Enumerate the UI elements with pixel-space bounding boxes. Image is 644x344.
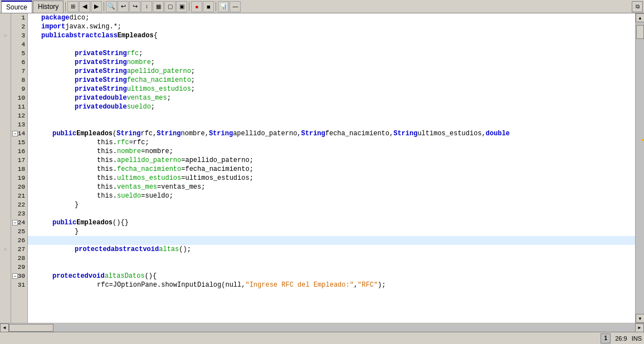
line-num-22: 22 <box>11 200 27 209</box>
toolbar-btn-search[interactable]: 🔍 <box>106 1 117 12</box>
scroll-thumb-vertical[interactable] <box>636 25 644 39</box>
toolbar-separator-4 <box>216 2 216 12</box>
code-line-29 <box>28 263 635 272</box>
code-line-17: this.apellido_paterno=apellido_paterno; <box>28 156 635 165</box>
code-line-11: private double sueldo; <box>28 102 635 111</box>
code-line-8: private String fecha_nacimiento; <box>28 76 635 85</box>
fold-icon-30[interactable]: − <box>12 273 18 279</box>
fold-icon-24[interactable]: − <box>12 220 18 225</box>
toolbar-btn-undo[interactable]: ↩ <box>118 1 129 12</box>
code-line-21: this.sueldo=sueldo; <box>28 191 635 200</box>
line-num-14: −14 <box>11 129 27 138</box>
scroll-thumb-horizontal[interactable] <box>9 324 53 332</box>
scroll-track-vertical <box>636 22 644 314</box>
code-line-16: this.nombre=nombre; <box>28 147 635 156</box>
code-line-4 <box>28 40 635 49</box>
toolbar-btn-2[interactable]: ◀ <box>79 1 90 12</box>
line-num-8: 8 <box>11 76 27 85</box>
line-num-2: 2 <box>11 22 27 31</box>
toolbar-btn-6[interactable]: ▢ <box>164 1 175 12</box>
gutter-icon-27: ○ <box>0 245 11 254</box>
status-right: 1 26:9 INS <box>601 333 642 343</box>
scroll-down-arrow[interactable]: ▼ <box>636 314 644 323</box>
line-num-15: 15 <box>11 138 27 147</box>
line-num-10: 10 <box>11 94 27 102</box>
line-num-1: 1 <box>11 13 27 22</box>
code-line-31: rfc=JOptionPane.showInputDialog(null,"In… <box>28 281 635 289</box>
line-num-27: 27 <box>11 245 27 254</box>
toolbar-btn-1[interactable]: ⊞ <box>67 1 79 12</box>
line-num-23: 23 <box>11 209 27 218</box>
scroll-track-horizontal <box>9 324 635 332</box>
status-bar: 1 26:9 INS <box>0 332 644 344</box>
scroll-marker <box>642 139 644 141</box>
code-line-15: this.rfc=rfc; <box>28 138 635 147</box>
code-line-26 <box>28 236 635 245</box>
toolbar-btn-5[interactable]: ▦ <box>153 1 164 12</box>
line-num-16: 16 <box>11 147 27 156</box>
code-line-28 <box>28 254 635 263</box>
line-num-13: 13 <box>11 120 27 129</box>
scroll-left-arrow[interactable]: ◀ <box>0 323 9 332</box>
left-gutter: ○ <box>0 13 11 323</box>
code-panel: ○ <box>0 13 644 323</box>
toolbar-btn-4[interactable]: ↕ <box>141 1 152 12</box>
code-line-30: protected void altasDatos(){ <box>28 272 635 281</box>
vertical-scrollbar[interactable]: ▲ ▼ <box>635 13 644 323</box>
code-line-18: this.fecha_nacimiento=fecha_nacimiento; <box>28 165 635 174</box>
line-num-26: 26 <box>11 236 27 245</box>
line-num-24: −24 <box>11 218 27 227</box>
scroll-up-arrow[interactable]: ▲ <box>636 13 644 22</box>
line-num-21: 21 <box>11 191 27 200</box>
line-num-9: 9 <box>11 85 27 94</box>
line-num-7: 7 <box>11 67 27 76</box>
code-line-10: private double ventas_mes; <box>28 94 635 102</box>
tab-history[interactable]: History <box>33 1 64 13</box>
line-num-31: 31 <box>11 281 27 289</box>
toolbar-btn-chart[interactable]: 📊 <box>218 1 229 12</box>
gutter-icon-3: ○ <box>0 31 11 40</box>
toolbar-separator-1 <box>65 2 66 12</box>
code-content[interactable]: package dico; import javax.swing.*; publ… <box>28 13 635 323</box>
line-num-17: 17 <box>11 156 27 165</box>
code-line-25: } <box>28 227 635 236</box>
code-line-1: package dico; <box>28 13 635 22</box>
toolbar-separator-2 <box>104 2 104 12</box>
code-line-5: private String rfc; <box>28 49 635 58</box>
line-num-28: 28 <box>11 254 27 263</box>
insert-mode: INS <box>632 335 642 342</box>
code-line-13 <box>28 120 635 129</box>
code-line-6: private String nombre; <box>28 58 635 67</box>
code-line-22: } <box>28 200 635 209</box>
toolbar-btn-run[interactable]: ● <box>191 1 202 12</box>
line-num-5: 5 <box>11 49 27 58</box>
status-icon-box: 1 <box>601 333 611 343</box>
toolbar-btn-7[interactable]: ▣ <box>176 1 187 12</box>
line-num-19: 19 <box>11 174 27 183</box>
toolbar-btn-3[interactable]: ▶ <box>91 1 102 12</box>
line-numbers: 1 2 3 4 5 6 7 8 9 10 11 12 13 −14 15 16 … <box>11 13 28 323</box>
toolbar: Source History ⊞ ◀ ▶ 🔍 ↩ ↪ ↕ ▦ ▢ ▣ ● ■ 📊… <box>0 0 644 13</box>
scroll-right-arrow[interactable]: ▶ <box>635 323 644 332</box>
code-line-3: public abstract class Empleados{ <box>28 31 635 40</box>
line-num-4: 4 <box>11 40 27 49</box>
toolbar-btn-line[interactable]: — <box>230 1 241 12</box>
horizontal-scrollbar[interactable]: ◀ ▶ <box>0 323 644 332</box>
line-num-3: 3 <box>11 31 27 40</box>
toolbar-separator-3 <box>189 2 189 12</box>
line-num-6: 6 <box>11 58 27 67</box>
code-line-19: this.ultimos_estudios=ultimos_estudios; <box>28 174 635 183</box>
tab-source[interactable]: Source <box>1 1 32 13</box>
line-num-11: 11 <box>11 102 27 111</box>
toolbar-btn-stop[interactable]: ■ <box>203 1 214 12</box>
code-line-27: protected abstract void altas(); <box>28 245 635 254</box>
editor-area: ○ <box>0 13 644 332</box>
code-line-7: private String apellido_paterno; <box>28 67 635 76</box>
code-line-20: this.ventas_mes=ventas_mes; <box>28 183 635 191</box>
code-line-14: public Empleados(String rfc, String nomb… <box>28 129 635 138</box>
code-line-23 <box>28 209 635 218</box>
line-num-25: 25 <box>11 227 27 236</box>
fold-icon-14[interactable]: − <box>12 131 18 136</box>
toolbar-btn-restore[interactable]: ⧉ <box>632 1 643 12</box>
toolbar-btn-redo[interactable]: ↪ <box>129 1 140 12</box>
